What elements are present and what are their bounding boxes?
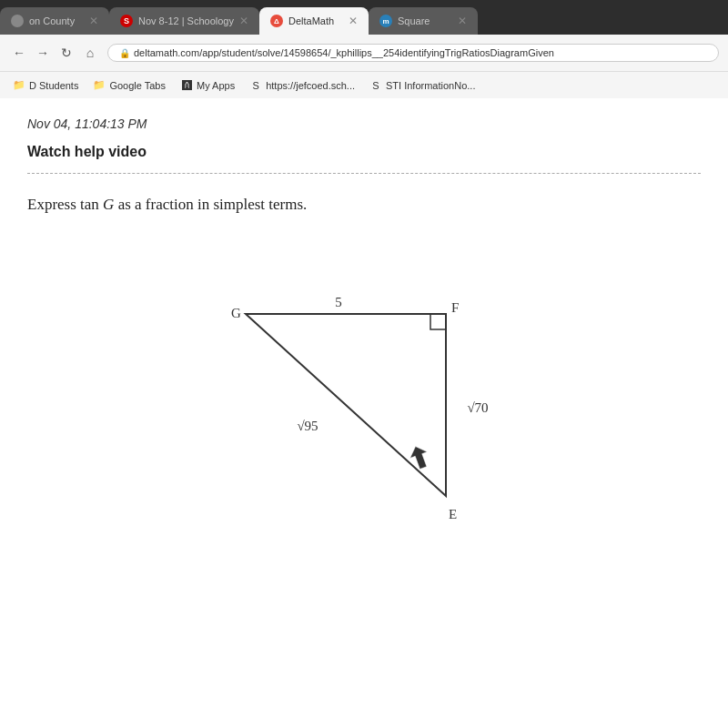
students-folder-icon: 📁 [13,79,25,92]
jefcoed-icon: S [249,79,262,92]
triangle-diagram: G F E 5 √95 √70 [191,278,537,551]
sti-icon: S [369,79,382,92]
browser-chrome: on County ✕ S Nov 8-12 | Schoology ✕ Δ D… [0,0,728,98]
bookmark-students[interactable]: 📁 D Students [9,77,82,94]
square-tab-icon: m [379,15,392,27]
cursor-icon [407,443,431,470]
tab-square[interactable]: m Square ✕ [369,7,478,35]
address-bar: ← → ↻ ⌂ 🔒 deltamath.com/app/student/solv… [0,35,728,71]
deltamath-tab-close[interactable]: ✕ [349,15,358,27]
bookmark-sti-label: STI InformationNo... [386,80,475,91]
hypotenuse-label: √95 [297,419,318,433]
top-side-label: 5 [335,295,342,309]
vertex-g-label: G [231,306,241,320]
square-tab-close[interactable]: ✕ [458,15,467,27]
tab-schoology[interactable]: S Nov 8-12 | Schoology ✕ [109,7,259,35]
watch-help-video[interactable]: Watch help video [27,144,701,160]
bookmark-google-tabs-label: Google Tabs [109,80,166,91]
schoology-tab-icon: S [120,15,133,27]
address-text: deltamath.com/app/student/solve/14598654… [134,47,554,58]
right-angle-marker [430,314,446,329]
lock-icon: 🔒 [119,48,130,58]
bookmark-my-apps[interactable]: 🅰 My Apps [177,77,238,94]
address-field[interactable]: 🔒 deltamath.com/app/student/solve/145986… [107,44,719,62]
right-side-label: √70 [467,400,488,415]
schoology-tab-label: Nov 8-12 | Schoology [138,15,234,26]
bookmark-jefcoed[interactable]: S https://jefcoed.sch... [246,77,359,94]
delta-tab-icon: Δ [270,15,283,27]
section-divider [27,173,701,174]
bookmark-students-label: D Students [29,80,78,91]
back-button[interactable]: ← [9,43,29,63]
county-tab-icon [11,15,24,27]
tab-deltamath[interactable]: Δ DeltaMath ✕ [259,7,369,35]
tab-bar: on County ✕ S Nov 8-12 | Schoology ✕ Δ D… [0,0,728,35]
question-text: Express tan G as a fraction in simplest … [27,196,701,214]
vertex-e-label: E [449,507,457,521]
triangle-shape [246,314,446,496]
county-tab-label: on County [29,15,75,26]
page-content: Nov 04, 11:04:13 PM Watch help video Exp… [0,98,728,728]
google-tabs-folder-icon: 📁 [93,79,106,92]
bookmark-sti[interactable]: S STI InformationNo... [366,77,479,94]
county-tab-close[interactable]: ✕ [89,15,98,27]
diagram-container: G F E 5 √95 √70 [27,250,701,578]
timestamp: Nov 04, 11:04:13 PM [27,116,701,131]
home-button[interactable]: ⌂ [80,43,100,63]
schoology-tab-close[interactable]: ✕ [239,15,248,27]
bookmarks-bar: 📁 D Students 📁 Google Tabs 🅰 My Apps S h… [0,71,728,98]
forward-button[interactable]: → [33,43,53,63]
square-tab-label: Square [398,15,430,26]
vertex-f-label: F [451,300,459,315]
reload-button[interactable]: ↻ [56,43,76,63]
tab-county[interactable]: on County ✕ [0,7,109,35]
deltamath-tab-label: DeltaMath [288,15,334,26]
my-apps-icon: 🅰 [180,79,193,92]
bookmark-jefcoed-label: https://jefcoed.sch... [266,80,355,91]
bookmark-my-apps-label: My Apps [197,80,235,91]
nav-buttons: ← → ↻ ⌂ [9,43,100,63]
bookmark-google-tabs[interactable]: 📁 Google Tabs [89,77,169,94]
